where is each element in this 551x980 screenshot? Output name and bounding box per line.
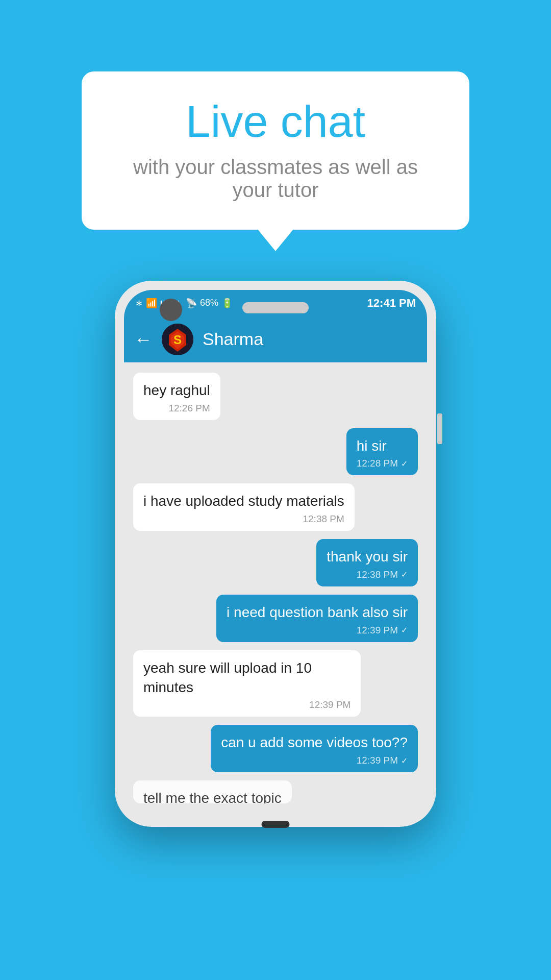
network-icon: 📡 xyxy=(186,298,197,309)
svg-text:S: S xyxy=(173,333,182,347)
avatar: S xyxy=(162,324,193,355)
message-meta: 12:38 PM✓ xyxy=(327,569,408,580)
chat-header: ← S Sharma xyxy=(124,316,427,362)
message-time: 12:26 PM xyxy=(168,403,210,414)
message-text: hi sir xyxy=(357,436,408,456)
message-time: 12:38 PM xyxy=(357,569,398,580)
message-text: tell me the exact topic xyxy=(143,789,282,803)
contact-name: Sharma xyxy=(203,329,263,349)
message-time: 12:39 PM xyxy=(357,755,398,766)
message-bubble: hey raghul12:26 PM xyxy=(133,373,220,420)
phone-side-button xyxy=(437,413,442,444)
signal-icon: 📶 xyxy=(146,298,157,309)
message-bubble: can u add some videos too??12:39 PM✓ xyxy=(211,725,418,772)
status-time: 12:41 PM xyxy=(367,297,416,310)
message-check-icon: ✓ xyxy=(401,459,408,469)
message-meta: 12:39 PM xyxy=(143,699,350,710)
message-time: 12:39 PM xyxy=(309,699,350,710)
message-text: i need question bank also sir xyxy=(227,603,408,622)
bubble-title: Live chat xyxy=(117,97,434,146)
message-bubble: i need question bank also sir12:39 PM✓ xyxy=(216,595,418,642)
status-icons: ∗ 📶 HD ▲ 📡 68% 🔋 xyxy=(135,298,233,309)
phone-screen: ∗ 📶 HD ▲ 📡 68% 🔋 12:41 PM ← xyxy=(124,290,427,818)
message-text: i have uploaded study materials xyxy=(143,492,344,511)
message-bubble: i have uploaded study materials12:38 PM xyxy=(133,483,355,531)
bluetooth-icon: ∗ xyxy=(135,298,143,309)
message-meta: 12:28 PM✓ xyxy=(357,458,408,469)
back-button[interactable]: ← xyxy=(134,329,153,350)
message-bubble: yeah sure will upload in 10 minutes12:39… xyxy=(133,650,361,717)
message-bubble: tell me the exact topic xyxy=(133,780,292,803)
phone-home-button xyxy=(262,821,290,828)
phone-outer: ∗ 📶 HD ▲ 📡 68% 🔋 12:41 PM ← xyxy=(115,281,436,827)
chat-area[interactable]: hey raghul12:26 PMhi sir12:28 PM✓i have … xyxy=(124,362,427,818)
message-meta: 12:38 PM xyxy=(143,513,344,525)
message-check-icon: ✓ xyxy=(401,756,408,766)
message-bubble: thank you sir12:38 PM✓ xyxy=(316,539,418,586)
battery-percent: 68% xyxy=(200,298,218,308)
message-time: 12:28 PM xyxy=(357,458,398,469)
message-text: can u add some videos too?? xyxy=(221,733,408,752)
phone-speaker xyxy=(242,302,309,313)
message-check-icon: ✓ xyxy=(401,570,408,579)
message-time: 12:38 PM xyxy=(303,513,344,525)
bubble-subtitle: with your classmates as well as your tut… xyxy=(117,156,434,202)
message-meta: 12:39 PM✓ xyxy=(221,755,408,766)
message-check-icon: ✓ xyxy=(401,625,408,635)
battery-icon: 🔋 xyxy=(221,298,233,309)
message-text: hey raghul xyxy=(143,381,210,400)
message-text: yeah sure will upload in 10 minutes xyxy=(143,658,350,697)
speech-bubble: Live chat with your classmates as well a… xyxy=(82,71,469,230)
message-text: thank you sir xyxy=(327,547,408,567)
message-time: 12:39 PM xyxy=(357,625,398,636)
message-meta: 12:26 PM xyxy=(143,403,210,414)
message-meta: 12:39 PM✓ xyxy=(227,625,408,636)
phone-camera xyxy=(160,299,182,321)
phone-mockup: ∗ 📶 HD ▲ 📡 68% 🔋 12:41 PM ← xyxy=(115,281,436,827)
message-bubble: hi sir12:28 PM✓ xyxy=(346,428,418,476)
